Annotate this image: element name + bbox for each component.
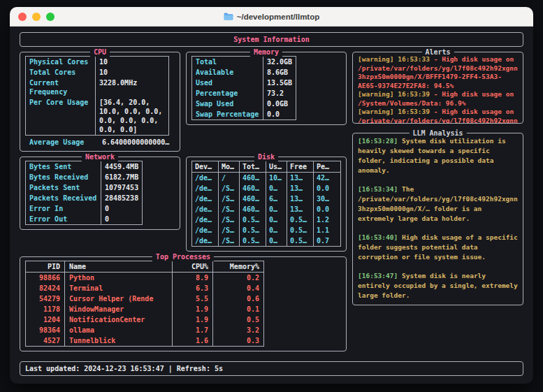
- top-processes-panel-body: PID Name CPU% Memory% 98866Python8.90.2 …: [20, 257, 346, 351]
- processes-col-header: Name: [65, 261, 173, 273]
- disk-cell: 0…: [266, 183, 287, 194]
- cpu-value: 10: [96, 67, 169, 78]
- alert-separator: -: [434, 90, 438, 98]
- zoom-button[interactable]: [46, 13, 55, 21]
- llm-timestamp: [16:53:28]: [358, 137, 398, 145]
- disk-table: Dev… Mo… Tot… Us… Free Pe… /de…/460…10…1…: [191, 161, 341, 247]
- llm-timestamp: [16:53:47]: [358, 272, 398, 280]
- cpu-average-value: 6.6400000000000…: [102, 138, 169, 147]
- memory-value: 73.2: [263, 88, 296, 99]
- disk-cell: 0.7: [314, 235, 341, 247]
- table-row: Per Core Usage[36.4, 20.0, 10.0, 0.0, 0.…: [26, 97, 169, 136]
- main-content: CPU Physical Cores10 Total Cores10 Curre…: [20, 47, 523, 361]
- table-row: Total32.0GB: [192, 57, 296, 68]
- process-name: NotificationCenter: [65, 314, 173, 325]
- disk-cell: /S…: [219, 225, 240, 235]
- status-bar: Last updated: 2024-12-23 16:53:47 | Refr…: [20, 361, 523, 376]
- table-row: Packets Received28485238: [26, 193, 143, 203]
- disk-cell: 460…: [240, 194, 266, 204]
- process-memory: 0.5: [213, 314, 264, 325]
- minimize-button[interactable]: [32, 13, 41, 21]
- disk-cell: 460…: [240, 204, 266, 215]
- disk-cell: 0.0: [314, 183, 341, 194]
- memory-value: 0.0: [263, 109, 296, 120]
- cpu-value: 3228.0MHz: [96, 78, 169, 97]
- network-label: Bytes Sent: [26, 161, 101, 173]
- disk-cell: 13…: [287, 194, 314, 204]
- processes-col-header: CPU%: [173, 261, 213, 273]
- table-row: Current Frequency3228.0MHz: [26, 78, 169, 97]
- disk-cell: /de…: [192, 225, 219, 235]
- process-cpu: 1.9: [173, 314, 213, 325]
- table-row: 98866Python8.90.2: [26, 273, 264, 284]
- disk-cell: /de…: [192, 204, 219, 215]
- disk-cell: 13…: [287, 173, 314, 184]
- memory-value: 0.0GB: [263, 99, 296, 109]
- left-section: CPU Physical Cores10 Total Cores10 Curre…: [20, 47, 347, 351]
- alert-item: [warning] 16:53:39 - High disk usage on …: [358, 108, 518, 123]
- window-title: ~/development/llmtop: [10, 13, 533, 21]
- disk-cell: 10…: [266, 173, 287, 184]
- memory-panel: Memory Total32.0GB Available8.6GB Used13…: [186, 52, 347, 125]
- alerts-list: [warning] 16:53:33 - High disk usage on …: [353, 52, 523, 123]
- disk-cell: /S…: [219, 183, 240, 194]
- process-memory: 3.2: [213, 325, 264, 335]
- process-name: ollama: [65, 325, 173, 335]
- disk-cell: /S…: [219, 204, 240, 215]
- disk-cell: 0.0: [314, 204, 341, 215]
- table-row: Bytes Sent4459.4MB: [26, 161, 143, 173]
- memory-panel-title: Memory: [250, 48, 282, 57]
- table-row: 1178WindowManager1.90.1: [26, 304, 264, 314]
- table-row: /de…/S…0.5…0…0.5…0.7: [192, 235, 341, 247]
- table-row: 54279Cursor Helper (Rende5.50.6: [26, 293, 264, 304]
- table-row: /de…/460…10…13…42…: [192, 173, 341, 184]
- process-cpu: 1.9: [173, 304, 213, 314]
- processes-col-header: PID: [26, 261, 65, 273]
- disk-cell: 0.5…: [287, 215, 314, 225]
- process-name: Tunnelblick: [65, 335, 173, 347]
- disk-cell: 0…: [266, 204, 287, 215]
- network-label: Bytes Received: [26, 172, 101, 182]
- processes-table: PID Name CPU% Memory% 98866Python8.90.2 …: [25, 261, 264, 347]
- top-processes-panel-title: Top Processes: [152, 252, 214, 261]
- llm-timestamp: [16:53:40]: [358, 233, 398, 241]
- disk-cell: /S…: [219, 215, 240, 225]
- disk-panel-body: Dev… Mo… Tot… Us… Free Pe… /de…/460…10…1…: [187, 157, 346, 251]
- network-value: 6182.7MB: [101, 172, 143, 182]
- table-row: 98364ollama1.73.2: [26, 325, 264, 335]
- disk-cell: /S…: [219, 194, 240, 204]
- close-button[interactable]: [18, 13, 27, 21]
- table-row: /de…/S…460…0…13…0.0: [192, 204, 341, 215]
- window-titlebar: ~/development/llmtop: [10, 7, 533, 27]
- table-row: /de…/S…0.5…0…0.5…1.1: [192, 225, 341, 235]
- disk-cell: 0…: [266, 225, 287, 235]
- disk-cell: 0.5…: [240, 225, 266, 235]
- network-value: 4459.4MB: [101, 161, 143, 173]
- network-value: 10797453: [101, 182, 143, 193]
- disk-col-header: Pe…: [314, 161, 341, 173]
- process-cpu: 6.3: [173, 283, 213, 293]
- memory-label: Total: [192, 57, 263, 68]
- process-name: Terminal: [65, 283, 173, 293]
- disk-cell: /de…: [192, 173, 219, 184]
- table-row: Packets Sent10797453: [26, 182, 143, 193]
- cpu-table: Physical Cores10 Total Cores10 Current F…: [25, 56, 169, 136]
- cpu-label: Physical Cores: [26, 57, 96, 68]
- terminal-window: ~/development/llmtop System Information …: [10, 7, 533, 384]
- disk-cell: 13…: [287, 183, 314, 194]
- disk-cell: 13…: [287, 204, 314, 215]
- llm-analysis-item: [16:53:40] High disk usage of a specific…: [358, 233, 518, 262]
- memory-panel-body: Total32.0GB Available8.6GB Used13.5GB Pe…: [187, 52, 346, 124]
- right-section: Alerts [warning] 16:53:33 - High disk us…: [352, 47, 523, 305]
- network-panel-body: Bytes Sent4459.4MB Bytes Received6182.7M…: [20, 157, 180, 229]
- memory-label: Used: [192, 78, 263, 88]
- memory-label: Percentage: [192, 88, 263, 99]
- network-table: Bytes Sent4459.4MB Bytes Received6182.7M…: [25, 161, 143, 225]
- cpu-label: Current Frequency: [26, 78, 96, 97]
- llm-analysis-panel: LLM Analysis [16:53:28] System disk util…: [352, 133, 523, 305]
- disk-panel-title: Disk: [254, 152, 278, 161]
- process-memory: 0.2: [213, 273, 264, 284]
- disk-cell: 42…: [314, 173, 341, 184]
- process-pid: 4527: [26, 335, 65, 347]
- process-pid: 98364: [26, 325, 65, 335]
